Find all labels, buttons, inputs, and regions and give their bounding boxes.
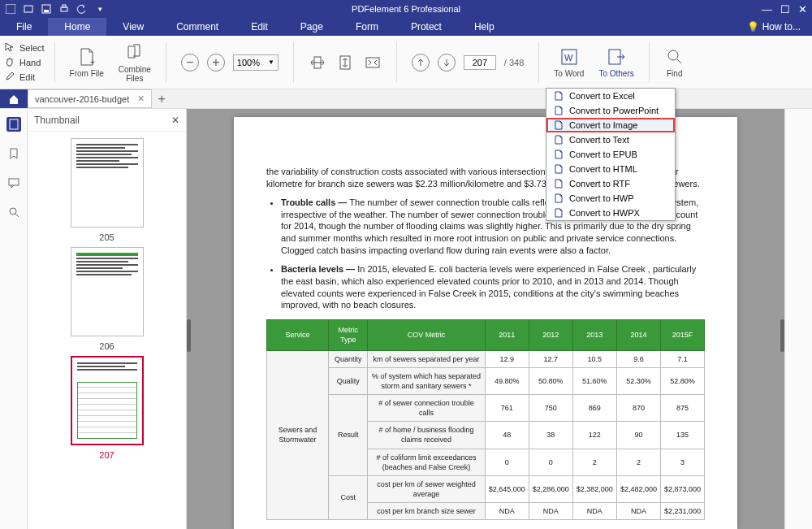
- tool-hand[interactable]: Hand: [5, 57, 45, 68]
- thumbnail-panel-button[interactable]: [6, 117, 21, 132]
- comments-panel-button[interactable]: [6, 176, 21, 190]
- convert-option[interactable]: Convert to Image: [546, 118, 675, 132]
- panel-handle-left[interactable]: [187, 319, 191, 352]
- value-cell: $2,231,000: [660, 503, 704, 520]
- to-others-dropdown: Convert to ExcelConvert to PowerPointCon…: [546, 88, 676, 221]
- value-cell: 48: [485, 422, 529, 449]
- minimize-button[interactable]: —: [762, 3, 772, 15]
- file-icon: [553, 178, 564, 189]
- value-cell: 12.7: [529, 350, 572, 367]
- find-button[interactable]: Find: [659, 46, 690, 78]
- combine-files-button[interactable]: Combine Files: [114, 42, 156, 83]
- table-header: 2014: [616, 320, 660, 350]
- svg-rect-15: [9, 179, 19, 185]
- search-icon: [664, 46, 685, 67]
- page-canvas[interactable]: the variability of construction costs as…: [187, 109, 784, 529]
- convert-option[interactable]: Convert to HWP: [546, 191, 675, 206]
- menu-comment[interactable]: Comment: [160, 18, 235, 36]
- close-tab-icon[interactable]: ✕: [137, 93, 145, 104]
- fit-page-button[interactable]: [336, 54, 354, 72]
- convert-option-label: Convert to PowerPoint: [569, 106, 659, 115]
- to-others-button[interactable]: To Others: [594, 46, 638, 78]
- tool-select[interactable]: Select: [5, 42, 45, 54]
- convert-option[interactable]: Convert to PowerPoint: [546, 103, 675, 118]
- convert-option[interactable]: Convert to Excel: [546, 89, 675, 103]
- value-cell: $2,482,000: [616, 475, 660, 502]
- svg-text:W: W: [564, 53, 573, 63]
- fit-actual-button[interactable]: [364, 54, 382, 72]
- document-tab[interactable]: vancouver-2016-budget ✕: [28, 89, 152, 108]
- qat-print-icon[interactable]: [58, 3, 70, 15]
- svg-rect-5: [63, 5, 66, 7]
- table-row: Quality% of system which has separated s…: [267, 367, 705, 394]
- menu-home[interactable]: Home: [48, 18, 106, 36]
- tool-edit[interactable]: Edit: [5, 72, 45, 83]
- menu-edit[interactable]: Edit: [235, 18, 284, 36]
- value-cell: NDA: [572, 503, 616, 520]
- close-panel-icon[interactable]: ✕: [171, 115, 179, 126]
- new-tab-button[interactable]: +: [152, 89, 171, 108]
- zoom-out-button[interactable]: −: [181, 54, 199, 72]
- value-cell: 870: [616, 394, 660, 421]
- qat-more-icon[interactable]: ▾: [94, 3, 106, 15]
- maximize-button[interactable]: ☐: [780, 3, 790, 15]
- value-cell: 50.80%: [529, 367, 572, 394]
- menu-help[interactable]: Help: [458, 18, 511, 36]
- value-cell: NDA: [616, 503, 660, 520]
- value-cell: NDA: [529, 503, 572, 520]
- table-row: Sewers and StormwaterQuantitykm of sewer…: [267, 350, 705, 367]
- zoom-in-button[interactable]: +: [207, 54, 225, 72]
- value-cell: $2,873,000: [660, 475, 704, 502]
- qat-save-icon[interactable]: [41, 3, 52, 15]
- thumbnail-205[interactable]: [71, 138, 144, 228]
- howto-link[interactable]: 💡 How to...: [747, 21, 801, 33]
- menu-protect[interactable]: Protect: [395, 18, 458, 36]
- convert-option[interactable]: Convert to HWPX: [546, 206, 675, 220]
- metric-cell: cost per km branch size sewer: [368, 503, 486, 520]
- thumbnail-206[interactable]: [71, 247, 144, 336]
- to-word-button[interactable]: W To Word: [549, 46, 589, 78]
- search-panel-button[interactable]: [6, 205, 21, 219]
- pencil-icon: [5, 72, 16, 83]
- convert-option[interactable]: Convert to EPUB: [546, 147, 675, 162]
- table-header: 2012: [529, 320, 572, 350]
- tabstrip: vancouver-2016-budget ✕ +: [0, 89, 812, 109]
- metric-cell: % of system which has separated storm an…: [368, 367, 486, 394]
- table-row: Costcost per km of sewer weighted averag…: [267, 475, 705, 502]
- convert-option[interactable]: Convert to Text: [546, 132, 675, 147]
- zoom-field[interactable]: 100%▼: [233, 54, 279, 71]
- bookmark-panel-button[interactable]: [6, 146, 21, 161]
- thumbnail-207[interactable]: [71, 356, 144, 445]
- menu-page[interactable]: Page: [284, 18, 339, 36]
- convert-option-label: Convert to Text: [569, 135, 629, 145]
- hand-icon: [5, 57, 16, 68]
- value-cell: 875: [660, 394, 704, 421]
- tool-edit-label: Edit: [19, 72, 35, 82]
- menu-file[interactable]: File: [0, 18, 48, 36]
- prev-page-button[interactable]: [412, 54, 430, 72]
- fit-width-button[interactable]: [309, 54, 326, 72]
- menu-form[interactable]: Form: [339, 18, 395, 36]
- thumbnail-panel: Thumbnail ✕ 205 206 207: [28, 109, 187, 529]
- word-icon: W: [559, 46, 580, 67]
- menu-view[interactable]: View: [106, 18, 160, 36]
- convert-option[interactable]: Convert to HTML: [546, 162, 675, 176]
- ribbon: Select Hand Edit + From File Combine Fil…: [0, 36, 812, 89]
- zoom-value: 100%: [237, 58, 260, 67]
- value-cell: 38: [529, 422, 572, 449]
- titlebar: ▾ PDFelement 6 Professional — ☐ ✕: [0, 0, 812, 18]
- page-number-input[interactable]: [464, 55, 496, 70]
- from-file-button[interactable]: + From File: [65, 46, 109, 78]
- next-page-button[interactable]: [438, 54, 456, 72]
- table-header: Service: [267, 320, 329, 350]
- close-button[interactable]: ✕: [798, 3, 807, 15]
- convert-option[interactable]: Convert to RTF: [546, 176, 675, 191]
- home-tab-button[interactable]: [0, 89, 28, 108]
- panel-handle-right[interactable]: [780, 319, 784, 352]
- qat-undo-icon[interactable]: [76, 3, 88, 15]
- convert-option-label: Convert to EPUB: [569, 150, 637, 159]
- svg-rect-9: [366, 58, 379, 67]
- tool-select-label: Select: [19, 43, 45, 53]
- qat-open-icon[interactable]: [23, 3, 34, 15]
- convert-option-label: Convert to RTF: [569, 179, 630, 189]
